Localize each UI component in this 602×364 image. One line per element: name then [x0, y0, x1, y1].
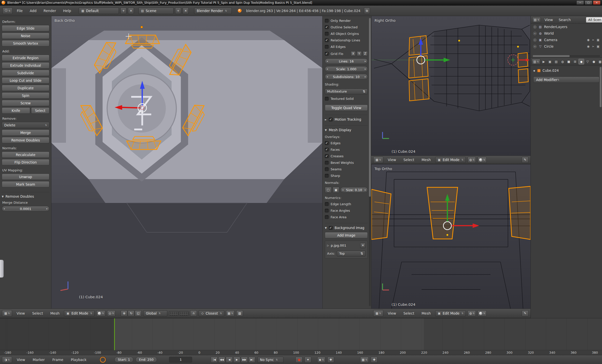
keying-set-key-icon[interactable]: ✦ — [305, 357, 311, 363]
tool-button[interactable]: Extrude Individual — [2, 62, 49, 68]
viewport-menu-item[interactable]: Mesh — [419, 310, 433, 316]
maximize-button[interactable]: ▢ — [585, 1, 592, 5]
delete-dropdown[interactable]: Delete ⇅ — [2, 122, 49, 128]
editor-type-button[interactable]: ▦⇅ — [2, 310, 12, 317]
scene-selector[interactable]: ▤ Scene — [138, 8, 174, 14]
textured-solid-row[interactable]: Textured Solid — [325, 97, 368, 101]
properties-tab[interactable]: ⊞ — [572, 59, 578, 64]
render-opengl-anim-icon[interactable]: ▧ — [236, 310, 243, 316]
current-frame-field[interactable]: 1 — [169, 357, 192, 362]
checkbox[interactable] — [325, 19, 329, 23]
tool-button[interactable]: Screw — [2, 100, 49, 106]
numeric-checkbox-row[interactable]: Face Angles — [325, 208, 368, 213]
knife-button[interactable]: Knife — [2, 107, 30, 114]
display-mode-dropdown[interactable]: All Scen — [586, 17, 602, 23]
playback-button[interactable]: ▶▶ — [241, 357, 248, 363]
properties-tab[interactable]: ● — [591, 59, 597, 64]
increment-icon[interactable]: ▸ — [46, 207, 48, 210]
number-field[interactable]: ◂ Subdivisions: 10 ▸ — [325, 74, 368, 80]
end-frame-field[interactable]: End: 250 — [135, 357, 157, 362]
checkbox[interactable] — [329, 118, 333, 121]
playback-button[interactable]: ▶ — [233, 357, 240, 363]
checkbox[interactable] — [325, 38, 329, 42]
viewport-menu-item[interactable]: Mesh — [419, 157, 433, 163]
knife-select-button[interactable]: Select — [31, 107, 49, 114]
checkbox[interactable] — [325, 32, 329, 36]
tool-button[interactable]: Edge Slide — [2, 25, 49, 31]
render-engine-dropdown[interactable]: Blender Render ⇅ — [194, 8, 232, 14]
decrement-icon[interactable]: ◂ — [4, 207, 5, 210]
checkbox[interactable] — [325, 161, 329, 165]
tool-button[interactable]: Smooth Vertex — [2, 40, 49, 46]
tool-button[interactable]: Recalculate — [2, 152, 49, 158]
topbar-menu-item[interactable]: File — [14, 8, 25, 14]
decrement-icon[interactable]: ◂ — [327, 75, 328, 78]
viewport-menu-item[interactable]: Select — [401, 157, 417, 163]
overlay-checkbox-row[interactable]: Faces — [325, 148, 368, 152]
scrollbar[interactable] — [369, 18, 371, 306]
overlay-checkbox-row[interactable]: Creases — [325, 154, 368, 158]
timeline-menu-item[interactable]: Marker — [30, 357, 47, 363]
outliner-item[interactable]: + ▽ Circle ◉ ➢ ▣ — [531, 43, 602, 50]
checkbox[interactable] — [325, 202, 329, 206]
outliner-item[interactable]: + ▤ RenderLayers ◉ ➢ ▣ — [531, 24, 602, 30]
number-field[interactable]: ◂ Scale: 1.000 ▸ — [325, 66, 368, 72]
auto-keyframe-record-icon[interactable]: ● — [295, 357, 303, 363]
display-checkbox-row[interactable]: All Object Origins — [325, 32, 368, 36]
timeline-editor[interactable]: -180-160-140-120-100-80-60-40-2002040608… — [0, 318, 602, 355]
playback-button[interactable]: ◀ — [226, 357, 233, 363]
close-button[interactable]: ✕ — [593, 1, 600, 5]
playback-button[interactable]: |◀ — [211, 357, 218, 363]
editor-type-button[interactable]: ▤⇅ — [532, 17, 541, 23]
keying-set-dropdown[interactable]: ◆⇅ — [317, 357, 325, 363]
axis-toggle-button[interactable]: Z — [363, 51, 368, 56]
increment-icon[interactable]: ▸ — [365, 60, 366, 62]
editor-type-button[interactable]: ◑⇅ — [2, 356, 12, 363]
merge-distance-field[interactable]: ◂ 0.0001 ▸ — [2, 206, 49, 211]
add-image-button[interactable]: Add Image — [325, 232, 368, 238]
mode-dropdown[interactable]: ▣ Edit Mode ⇅ — [435, 310, 466, 316]
topbar-menu-item[interactable]: Add — [27, 8, 39, 14]
checkbox[interactable] — [325, 154, 329, 158]
preview-range-icon[interactable] — [100, 357, 106, 363]
motion-tracking-panel-header[interactable]: ► Motion Tracking — [325, 115, 368, 121]
overlay-checkbox-row[interactable]: Edges — [325, 141, 368, 145]
mesh-display-panel-header[interactable]: ▼ Mesh Display — [325, 125, 368, 132]
current-frame-indicator[interactable] — [114, 318, 115, 350]
outliner-menu-item[interactable]: Search — [557, 17, 573, 23]
viewport-shading-dropdown[interactable]: ◍⇅ — [468, 310, 476, 316]
start-frame-field[interactable]: Start: 1 — [114, 357, 134, 362]
tool-button[interactable]: Mark Seam — [2, 181, 49, 187]
triangle-right-icon[interactable]: ▷ — [327, 244, 329, 247]
horizontal-scrollbar[interactable] — [533, 55, 600, 57]
outliner-menu-item[interactable]: View — [543, 17, 555, 23]
translate-manipulator-icon[interactable]: ⊕ — [121, 310, 127, 316]
overlay-checkbox-row[interactable]: Seams — [325, 167, 368, 171]
outliner-item[interactable]: + ◍ World ◉ ➢ ▣ — [531, 30, 602, 37]
layer-grid-left[interactable] — [169, 311, 178, 316]
layer-grid-right[interactable] — [179, 311, 188, 316]
tool-button[interactable]: Subdivide — [2, 70, 49, 76]
display-checkbox-row[interactable]: All Edges — [325, 45, 368, 49]
decrement-icon[interactable]: ◂ — [327, 67, 328, 70]
render-opengl-icon[interactable]: ▦⇅ — [226, 310, 235, 316]
editor-type-button[interactable]: ▦⇅ — [373, 157, 383, 163]
tool-button[interactable]: Spin — [2, 92, 49, 99]
viewport-shading-dropdown[interactable]: ◍⇅ — [468, 157, 476, 163]
properties-tab[interactable]: ▽ — [585, 59, 590, 64]
scale-manipulator-icon[interactable]: ◱ — [135, 310, 141, 316]
axis-toggle-button[interactable]: Y — [357, 51, 362, 56]
proportional-edit-icon[interactable]: ✎ — [522, 157, 529, 163]
overlay-checkbox-row[interactable]: Sharp — [325, 174, 368, 178]
properties-tab[interactable]: ▶ — [541, 59, 547, 64]
tool-button[interactable]: Flip Direction — [2, 159, 49, 165]
region-collapse-tab[interactable] — [0, 260, 4, 278]
tool-button[interactable]: Unwrap — [2, 174, 49, 180]
minimize-button[interactable]: ─ — [576, 1, 584, 5]
mode-dropdown[interactable]: ▣ Edit Mode ⇅ — [435, 157, 466, 163]
transform-orientation-dropdown[interactable]: Global ⇅ — [143, 310, 167, 316]
checkbox[interactable] — [329, 226, 333, 230]
overlay-checkbox-row[interactable]: Bevel Weights — [325, 161, 368, 165]
properties-tab[interactable]: ▤ — [553, 59, 559, 64]
editor-type-button[interactable]: ▦⇅ — [373, 310, 383, 317]
